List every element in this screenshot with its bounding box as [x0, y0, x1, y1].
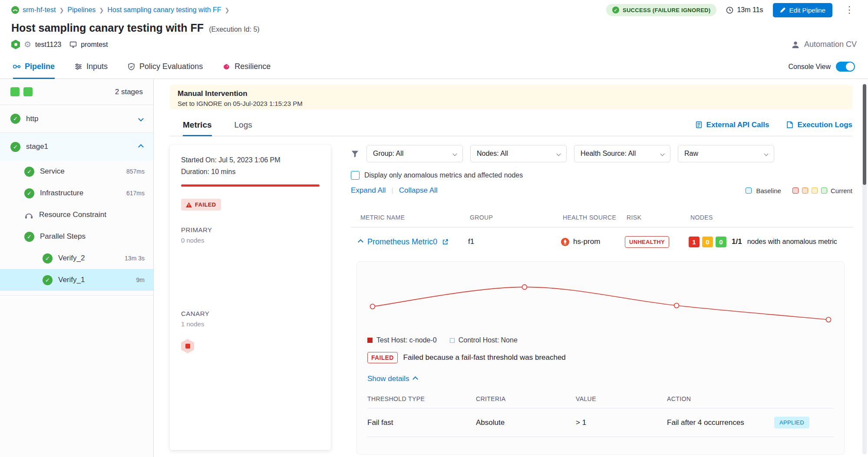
- started-on: Started On: Jul 5, 2023 1:06 PM: [181, 156, 320, 164]
- chevron-down-icon: [660, 151, 665, 156]
- metric-failed-message: Failed because a fail-fast threshold was…: [403, 353, 566, 362]
- tab-policy-evaluations-label: Policy Evaluations: [139, 62, 203, 71]
- tab-logs[interactable]: Logs: [234, 114, 252, 136]
- sidebar-step-resource-constraint[interactable]: Resource Constraint: [0, 204, 153, 226]
- execution-logs-label: Execution Logs: [797, 121, 852, 129]
- current-orange-swatch-icon: [802, 187, 808, 194]
- show-details-label: Show details: [367, 375, 409, 383]
- threshold-action: Fail after 4 occurrences: [667, 418, 744, 427]
- stage-label: stage1: [26, 142, 48, 151]
- metric-chart: [367, 269, 834, 335]
- step-label: Service: [40, 167, 65, 176]
- pencil-icon: [780, 7, 786, 13]
- tab-policy-evaluations[interactable]: Policy Evaluations: [128, 55, 203, 79]
- applied-badge: APPLIED: [774, 417, 809, 428]
- risk-badge: UNHEALTHY: [625, 236, 669, 248]
- tab-inputs-label: Inputs: [86, 62, 108, 71]
- current-green-swatch-icon: [821, 187, 827, 194]
- metric-row: Prometheus Metric0 f1 hs-prom UNHEALTHY: [351, 227, 852, 256]
- sidebar-step-parallel-steps[interactable]: Parallel Steps: [0, 226, 153, 247]
- scrollbar-thumb[interactable]: [863, 84, 866, 185]
- sidebar-step-service[interactable]: Service 857ms: [0, 161, 153, 182]
- tab-pipeline[interactable]: Pipeline: [13, 55, 55, 79]
- breadcrumb-pipelines[interactable]: Pipelines: [67, 6, 96, 14]
- metric-failed-badge: FAILED: [367, 352, 398, 363]
- health-source-name: hs-prom: [573, 237, 600, 246]
- sidebar-step-infrastructure[interactable]: Infrastructure 617ms: [0, 182, 153, 204]
- nodes-filter-select[interactable]: Nodes: All: [470, 145, 567, 162]
- breadcrumb-separator: ❯: [99, 7, 104, 13]
- unhealthy-node-count-badge: 1: [689, 237, 700, 247]
- sidebar-step-verify1[interactable]: Verify_1 9m: [0, 269, 153, 291]
- edit-pipeline-button[interactable]: Edit Pipeline: [773, 3, 832, 17]
- service-icon: [11, 40, 20, 49]
- console-view-toggle[interactable]: [836, 62, 855, 72]
- step-duration: 617ms: [126, 190, 145, 197]
- stages-count: 2 stages: [115, 88, 143, 96]
- metric-chart-legend: Test Host: c-node-0 Control Host: None: [367, 336, 834, 344]
- breadcrumb-current[interactable]: Host sampling canary testing with FF: [107, 6, 221, 14]
- success-check-icon: [24, 188, 34, 198]
- data-mode-select[interactable]: Raw: [678, 145, 774, 162]
- breadcrumb-project[interactable]: srm-hf-test: [23, 6, 56, 14]
- breadcrumb-separator: ❯: [59, 7, 64, 13]
- external-api-calls-link[interactable]: External API Calls: [695, 121, 769, 129]
- tab-resilience-label: Resilience: [234, 62, 271, 71]
- execution-logs-link[interactable]: Execution Logs: [786, 121, 852, 129]
- more-options-icon[interactable]: ⋮: [842, 4, 857, 16]
- primary-label: PRIMARY: [181, 226, 320, 233]
- breadcrumb-separator: ❯: [225, 7, 230, 13]
- test-host-label: Test Host: c-node-0: [376, 336, 437, 344]
- anomalous-nodes-ratio: 1/1: [732, 237, 742, 246]
- anomalous-nodes-text: nodes with anomalous metric: [747, 238, 837, 246]
- execution-sidebar: 2 stages http stage1 Service 857ms Infra…: [0, 79, 154, 457]
- health-source-filter-select[interactable]: Health Source: All: [574, 145, 670, 162]
- user-icon: [791, 40, 800, 49]
- main-tab-bar: Pipeline Inputs Policy Evaluations Resil…: [0, 55, 868, 79]
- banner-title: Manual Intervention: [178, 89, 845, 98]
- metrics-analysis-panel: Group: All Nodes: All Health Source: All…: [351, 145, 852, 450]
- tab-resilience[interactable]: Resilience: [223, 55, 271, 79]
- tab-inputs[interactable]: Inputs: [75, 55, 108, 79]
- console-view-label: Console View: [788, 63, 831, 71]
- filter-icon[interactable]: [351, 150, 359, 158]
- log-file-icon: [786, 121, 793, 128]
- inputs-icon: [75, 63, 82, 70]
- canary-node-hexagon[interactable]: [181, 339, 194, 353]
- metric-name-link[interactable]: Prometheus Metric0: [367, 237, 437, 247]
- chevron-down-icon: [764, 151, 769, 156]
- step-duration: 857ms: [126, 168, 145, 175]
- threshold-type: Fail fast: [367, 418, 476, 427]
- threshold-table-row: Fail fast Absolute > 1 Fail after 4 occu…: [367, 408, 834, 437]
- chevron-up-icon[interactable]: [138, 144, 144, 150]
- threshold-value: > 1: [576, 418, 667, 427]
- group-filter-select[interactable]: Group: All: [366, 145, 463, 162]
- check-circle-icon: [612, 7, 619, 13]
- canary-label: CANARY: [181, 310, 320, 317]
- sidebar-step-verify2[interactable]: Verify_2 13m 3s: [0, 247, 153, 269]
- collapse-metric-chevron-icon[interactable]: [358, 239, 363, 245]
- collapse-all-link[interactable]: Collapse All: [399, 186, 438, 195]
- chevron-down-icon: [557, 151, 561, 156]
- chevron-down-icon[interactable]: [138, 116, 144, 122]
- sidebar-stage-http[interactable]: http: [0, 105, 153, 133]
- sidebar-stage-stage1[interactable]: stage1: [0, 133, 153, 161]
- success-check-icon: [10, 142, 20, 152]
- shield-check-icon: [128, 63, 135, 70]
- tab-metrics[interactable]: Metrics: [183, 114, 212, 136]
- show-details-toggle[interactable]: Show details: [367, 375, 834, 383]
- anomalous-only-checkbox[interactable]: [351, 171, 360, 180]
- primary-node-count: 0 nodes: [181, 237, 320, 244]
- vertical-scrollbar: [862, 83, 867, 454]
- baseline-swatch-icon: [746, 187, 752, 194]
- col-value: VALUE: [576, 395, 667, 402]
- elapsed-time-value: 13m 11s: [737, 6, 763, 14]
- harness-logo-icon: [11, 6, 19, 14]
- success-check-icon: [43, 275, 53, 285]
- col-risk: RISK: [627, 214, 690, 221]
- chart-color-legend: Baseline Current: [746, 187, 852, 194]
- warning-triangle-icon: [186, 202, 192, 207]
- expand-all-link[interactable]: Expand All: [351, 186, 386, 195]
- warning-node-count-badge: 0: [702, 237, 713, 247]
- external-link-icon[interactable]: [442, 239, 449, 245]
